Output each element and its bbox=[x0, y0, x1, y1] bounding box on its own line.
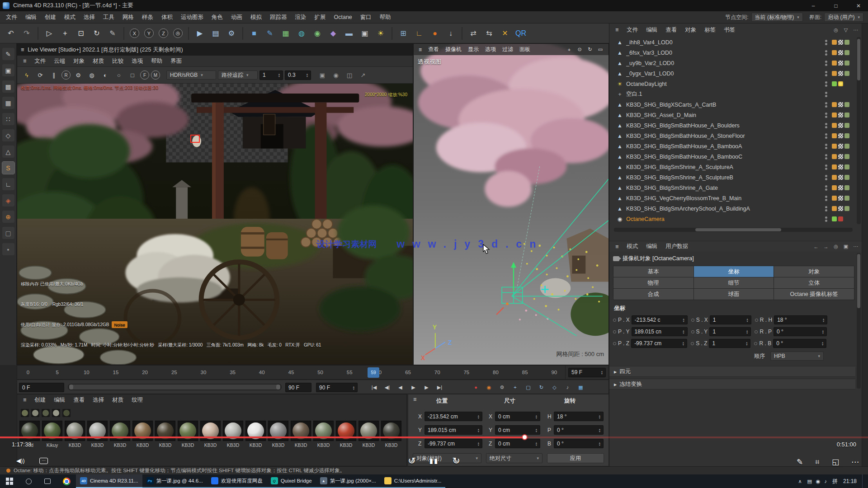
menu-item[interactable]: 创建 bbox=[41, 14, 60, 21]
material-menu-item[interactable]: 查看 bbox=[69, 396, 89, 404]
material-item[interactable]: KB3D bbox=[268, 421, 288, 448]
quaternion-section[interactable]: ▸ 四元 bbox=[609, 366, 855, 377]
viewport-menu-item[interactable]: 查看 bbox=[425, 46, 442, 53]
om-more-icon[interactable]: ⋯ bbox=[852, 26, 860, 34]
coord-rotation-b-field[interactable]: 0 °▴▾ bbox=[554, 439, 604, 448]
object-tags[interactable] bbox=[832, 123, 853, 128]
object-manager-menu-item[interactable]: 查看 bbox=[661, 26, 681, 34]
record-rotation-button[interactable]: ↻ bbox=[535, 382, 547, 393]
forward-30-button[interactable]: ↻30 bbox=[452, 455, 460, 466]
taskbar-app[interactable]: 欢迎使用百度网盘 bbox=[207, 474, 267, 488]
xpresso-swap2-icon[interactable]: ⇆ bbox=[482, 26, 496, 41]
coord-size-x-field[interactable]: 0 cm▴▾ bbox=[495, 412, 540, 421]
keyframe-dot[interactable] bbox=[691, 342, 694, 345]
preview-range-slider[interactable] bbox=[68, 384, 282, 390]
undo-icon[interactable]: ↶ bbox=[4, 26, 18, 41]
lv-camera-icon[interactable]: ▣ bbox=[316, 69, 328, 81]
object-manager-menu-item[interactable]: 对象 bbox=[681, 26, 700, 34]
axis-workplane-icon[interactable]: ∟ bbox=[412, 26, 426, 41]
am-lock-icon[interactable]: ▣ bbox=[842, 243, 850, 251]
polygons-mode-icon[interactable]: △ bbox=[2, 145, 14, 158]
x-axis-lock-icon[interactable]: X bbox=[130, 28, 139, 38]
edges-mode-icon[interactable]: ◇ bbox=[2, 129, 14, 141]
sep-6[interactable] bbox=[462, 27, 462, 40]
object-tags[interactable] bbox=[832, 206, 853, 211]
menu-item[interactable]: 运动图形 bbox=[177, 14, 208, 21]
material-item[interactable]: KB3D bbox=[223, 421, 243, 448]
coord-position-x-field[interactable]: -213.542 cm▴▾ bbox=[425, 412, 482, 421]
material-menu-item[interactable]: 纹理 bbox=[127, 396, 147, 404]
rotation-b-field[interactable]: 0 °▴▾ bbox=[773, 339, 826, 348]
record-drop-icon[interactable]: ↓ bbox=[443, 26, 458, 41]
menu-item[interactable]: 帮助 bbox=[376, 14, 395, 21]
object-tree-item[interactable]: ▲ KB3D_SHG_Asset_D_Main bbox=[609, 110, 855, 120]
menu-item[interactable]: 编辑 bbox=[21, 14, 41, 21]
record-keyframe-button[interactable]: ● bbox=[470, 382, 482, 393]
menu-item[interactable]: 跟踪器 bbox=[266, 14, 291, 21]
live-selection-icon[interactable]: ▷ bbox=[42, 26, 57, 41]
input-method-indicator[interactable]: 拼 bbox=[832, 478, 838, 485]
object-tree-item[interactable]: ▲ KB3D_SHG_BldgXSCarts_A_CartB bbox=[609, 99, 855, 110]
keyframe-selection-button[interactable]: ⚙ bbox=[496, 382, 508, 393]
pause-render-icon[interactable]: ∥ bbox=[48, 69, 60, 81]
pen-mode-icon[interactable]: ✎ bbox=[2, 48, 14, 60]
axis-mode-icon[interactable]: ∟ bbox=[2, 178, 14, 190]
visibility-dots[interactable] bbox=[825, 216, 827, 222]
side-tab-strip[interactable] bbox=[862, 23, 868, 466]
om-filter-icon[interactable]: ▽ bbox=[842, 26, 850, 34]
taskbar-app[interactable]: Q Quixel Bridge bbox=[267, 474, 316, 488]
octane-x-icon[interactable]: ✕ bbox=[498, 26, 512, 41]
node-space-dropdown[interactable]: 当前 (标准/物理)▾ bbox=[751, 13, 803, 22]
render-picture-viewer-icon[interactable]: ▤ bbox=[208, 26, 223, 41]
sep-5[interactable] bbox=[392, 27, 392, 40]
material-menu-item[interactable]: 创建 bbox=[30, 396, 50, 404]
view-maximize-icon[interactable]: ▭ bbox=[596, 45, 605, 54]
material-item[interactable]: KB3D bbox=[155, 421, 175, 448]
volume-builder-icon[interactable]: ◍ bbox=[294, 26, 309, 41]
live-viewer-menu-item[interactable]: 界面 bbox=[166, 57, 186, 65]
volume-icon[interactable]: ◀)) bbox=[16, 457, 25, 464]
coord-size-y-field[interactable]: 0 cm▴▾ bbox=[495, 425, 540, 435]
lv-snapshot-icon[interactable]: ◉ bbox=[330, 69, 342, 81]
freeze-transform-section[interactable]: ▸ 冻结变换 bbox=[609, 379, 855, 389]
render-view-icon[interactable]: ▶ bbox=[193, 26, 207, 41]
apply-button[interactable]: 应用 bbox=[547, 453, 604, 463]
material-item[interactable]: KB3D bbox=[87, 421, 108, 448]
material-item[interactable]: KB3D bbox=[110, 421, 130, 448]
object-tree-item[interactable]: ▲ KB3D_SHG_BldgSmShrine_A_Gate bbox=[609, 183, 855, 193]
scale-z-field[interactable]: 1▴▾ bbox=[709, 339, 750, 348]
scale-tool-icon[interactable]: ⊡ bbox=[74, 26, 88, 41]
menu-item[interactable]: 工具 bbox=[99, 14, 118, 21]
material-item[interactable]: KB3D bbox=[65, 421, 85, 448]
attribute-tab[interactable]: 对象 bbox=[774, 266, 854, 277]
display-grid-icon[interactable]: ⊞ bbox=[396, 26, 410, 41]
material-mini-icon[interactable] bbox=[42, 409, 50, 417]
attribute-manager-scrollbar[interactable] bbox=[857, 253, 861, 389]
menu-item[interactable]: 文件 bbox=[2, 14, 21, 21]
visibility-dots[interactable] bbox=[825, 185, 827, 191]
playback-settings-button[interactable]: ▦ bbox=[575, 382, 587, 393]
menu-item[interactable]: 网格 bbox=[118, 14, 138, 21]
light-icon[interactable]: ☀ bbox=[373, 26, 388, 41]
colorspace-dropdown[interactable]: HDR/sRGB▾ bbox=[166, 70, 216, 80]
material-item[interactable]: KB3D bbox=[178, 421, 198, 448]
prev-key-button[interactable]: ◀| bbox=[381, 382, 393, 393]
position-z-field[interactable]: -99.737 cm▴▾ bbox=[631, 339, 687, 348]
shrink-icon[interactable]: ◱ bbox=[832, 457, 839, 467]
prev-frame-button[interactable]: ◀ bbox=[394, 382, 406, 393]
om-search-icon[interactable]: ◎ bbox=[832, 26, 840, 34]
object-tags[interactable] bbox=[832, 175, 853, 180]
material-menu-item[interactable]: 编辑 bbox=[50, 396, 69, 404]
menu-item[interactable]: 角色 bbox=[208, 14, 227, 21]
kernel-dropdown[interactable]: 路径追踪▾ bbox=[218, 70, 258, 80]
taskbar-app[interactable]: 4D Cinema 4D R23.11... bbox=[76, 474, 142, 488]
cube-primitive-icon[interactable]: ■ bbox=[247, 26, 261, 41]
sep-3[interactable] bbox=[188, 27, 189, 40]
rotation-order-dropdown[interactable]: HPB▾ bbox=[770, 352, 824, 361]
menu-item[interactable]: 样条 bbox=[138, 14, 157, 21]
lv-compare-icon[interactable]: ◫ bbox=[344, 69, 355, 81]
object-tags[interactable] bbox=[832, 196, 853, 201]
object-tree-item[interactable]: ▲ KB3D_SHG_BldgSmBathHouse_A_Boulders bbox=[609, 120, 855, 131]
picking-mode-icon[interactable]: ○ bbox=[113, 69, 125, 81]
record-scale-button[interactable]: ▢ bbox=[522, 382, 534, 393]
